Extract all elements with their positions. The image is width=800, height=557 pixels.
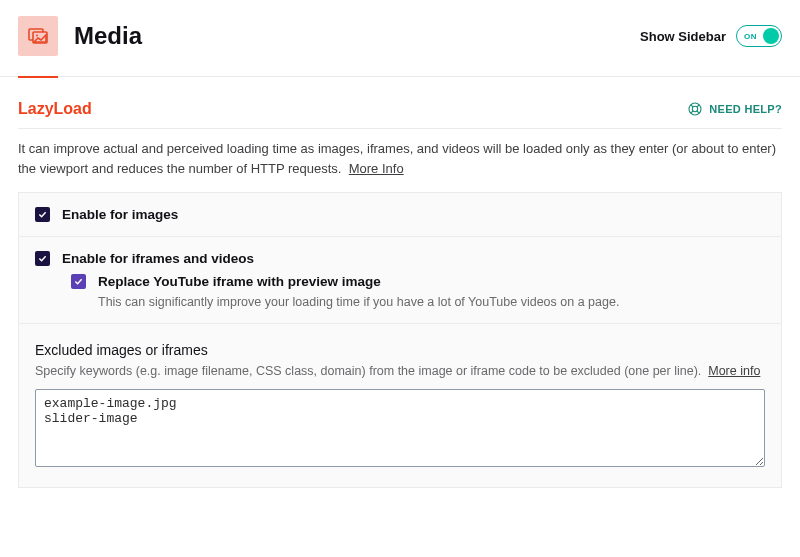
- replace-youtube-label: Replace YouTube iframe with preview imag…: [98, 274, 381, 289]
- page-header: Media Show Sidebar ON: [0, 0, 800, 77]
- replace-youtube-desc: This can significantly improve your load…: [98, 295, 765, 309]
- excluded-desc-text: Specify keywords (e.g. image filename, C…: [35, 364, 701, 378]
- svg-line-5: [691, 105, 693, 107]
- more-info-link[interactable]: More Info: [349, 161, 404, 176]
- svg-line-6: [697, 105, 699, 107]
- page-title: Media: [74, 22, 142, 50]
- check-icon: [38, 254, 47, 263]
- enable-images-checkbox[interactable]: [35, 207, 50, 222]
- svg-line-7: [691, 111, 693, 113]
- show-sidebar-toggle[interactable]: ON: [736, 25, 782, 47]
- enable-iframes-label: Enable for iframes and videos: [62, 251, 254, 266]
- need-help-label: NEED HELP?: [709, 103, 782, 115]
- excluded-desc: Specify keywords (e.g. image filename, C…: [35, 362, 765, 381]
- svg-point-4: [693, 106, 698, 111]
- header-left: Media: [18, 16, 142, 56]
- lifebuoy-icon: [687, 101, 703, 117]
- toggle-knob: [763, 28, 779, 44]
- option-enable-iframes: Enable for iframes and videos Replace Yo…: [19, 237, 781, 324]
- media-icon: [18, 16, 58, 56]
- check-icon: [38, 210, 47, 219]
- section-title: LazyLoad: [18, 100, 92, 118]
- enable-iframes-checkbox[interactable]: [35, 251, 50, 266]
- need-help-link[interactable]: NEED HELP?: [687, 101, 782, 117]
- show-sidebar-label: Show Sidebar: [640, 29, 726, 44]
- option-enable-images: Enable for images: [19, 193, 781, 237]
- section-description: It can improve actual and perceived load…: [18, 139, 782, 178]
- excluded-textarea[interactable]: [35, 389, 765, 467]
- excluded-more-info-link[interactable]: More info: [708, 364, 760, 378]
- section-header: LazyLoad NEED HELP?: [18, 100, 782, 129]
- replace-youtube-checkbox[interactable]: [71, 274, 86, 289]
- toggle-state-text: ON: [744, 32, 757, 41]
- header-right: Show Sidebar ON: [640, 25, 782, 47]
- enable-images-label: Enable for images: [62, 207, 178, 222]
- check-icon: [74, 277, 83, 286]
- option-replace-youtube: Replace YouTube iframe with preview imag…: [71, 274, 765, 309]
- excluded-title: Excluded images or iframes: [35, 342, 765, 358]
- excluded-block: Excluded images or iframes Specify keywo…: [19, 324, 781, 487]
- svg-line-8: [697, 111, 699, 113]
- svg-point-2: [36, 35, 38, 37]
- options-panel: Enable for images Enable for iframes and…: [18, 192, 782, 488]
- lazyload-section: LazyLoad NEED HELP? It can improve actua…: [0, 78, 800, 178]
